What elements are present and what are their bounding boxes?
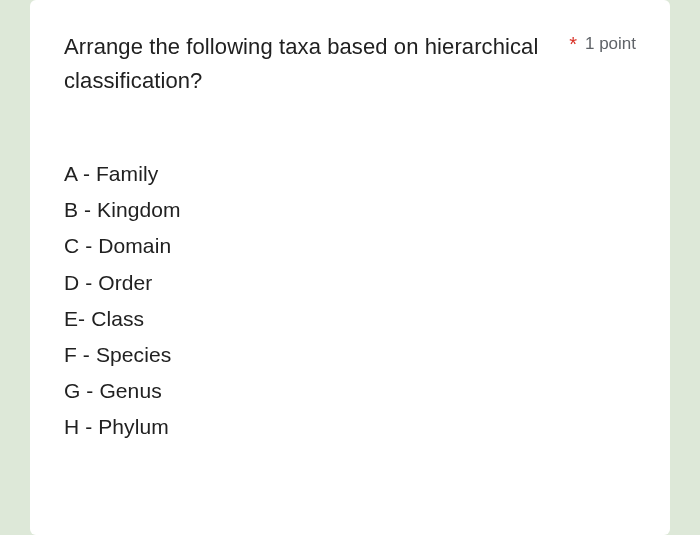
option-item: E- Class <box>64 301 636 337</box>
required-asterisk: * <box>569 30 577 58</box>
option-item: G - Genus <box>64 373 636 409</box>
option-item: F - Species <box>64 337 636 373</box>
points-label: 1 point <box>585 30 636 57</box>
option-item: C - Domain <box>64 228 636 264</box>
question-card: Arrange the following taxa based on hier… <box>30 0 670 535</box>
options-list: A - Family B - Kingdom C - Domain D - Or… <box>64 156 636 445</box>
question-header: Arrange the following taxa based on hier… <box>64 30 636 98</box>
option-item: A - Family <box>64 156 636 192</box>
question-text: Arrange the following taxa based on hier… <box>64 30 559 98</box>
option-item: B - Kingdom <box>64 192 636 228</box>
option-item: D - Order <box>64 265 636 301</box>
option-item: H - Phylum <box>64 409 636 445</box>
